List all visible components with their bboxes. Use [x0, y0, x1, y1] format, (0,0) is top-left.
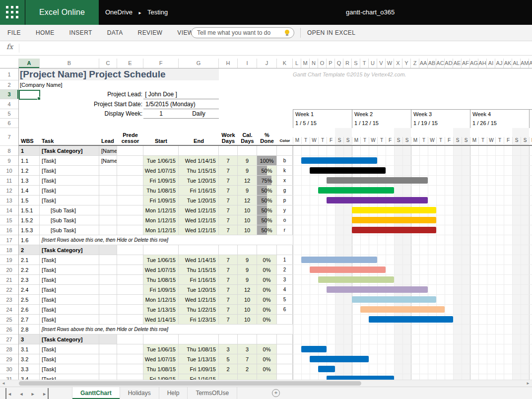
row-header-9[interactable]: 9 — [0, 156, 18, 166]
gantt-bar[interactable] — [310, 167, 386, 174]
cell-wbs[interactable]: 1.5.1 — [19, 205, 40, 215]
day-letter[interactable]: T — [495, 137, 504, 144]
column-header-I[interactable]: I — [238, 59, 257, 68]
day-letter[interactable]: W — [310, 137, 318, 144]
column-header-AI[interactable]: AI — [487, 59, 495, 68]
day-letter[interactable]: W — [487, 137, 495, 144]
cell-lead[interactable] — [99, 344, 117, 354]
cell-task[interactable]: [Sub Task] — [40, 225, 99, 235]
day-letter[interactable]: F — [445, 137, 453, 144]
cell-work-days[interactable]: 7 — [219, 315, 238, 325]
row-header-22[interactable]: 22 — [0, 285, 18, 295]
column-header-O[interactable]: O — [318, 59, 327, 68]
gantt-bar[interactable] — [352, 207, 436, 213]
column-header-AF[interactable]: AF — [462, 59, 470, 68]
cell-pct-done[interactable]: 0% — [257, 295, 277, 305]
cell-wbs[interactable]: 1.5.3 — [19, 225, 40, 235]
gantt-chart-row[interactable] — [293, 374, 532, 380]
day-letter[interactable]: M — [352, 137, 360, 144]
day-letter[interactable]: S — [512, 137, 521, 144]
row-header-23[interactable]: 23 — [0, 295, 18, 305]
gantt-chart-row[interactable] — [293, 305, 532, 315]
cell-lead[interactable]: [Name] — [99, 146, 117, 156]
cell-wbs[interactable]: 1 — [19, 146, 40, 156]
gantt-bar[interactable] — [310, 266, 386, 273]
cell-end-date[interactable]: Wed 1/14/15 — [179, 156, 219, 166]
row-header-24[interactable]: 24 — [0, 305, 18, 315]
cell-wbs[interactable]: 2.5 — [19, 295, 40, 305]
day-letter[interactable]: S — [335, 137, 343, 144]
cell-cal-days[interactable]: 12 — [238, 176, 257, 186]
scroll-left-icon[interactable]: ◄ — [1, 380, 5, 387]
cell-work-days[interactable]: 7 — [219, 305, 238, 315]
cell-end-date[interactable]: Tue 1/20/15 — [179, 196, 219, 205]
column-header-S[interactable]: S — [352, 59, 360, 68]
cell-work-days[interactable]: 7 — [219, 196, 238, 205]
row-header-4[interactable]: 4 — [0, 99, 18, 109]
cell-lead[interactable] — [99, 334, 117, 344]
cell-cal-days[interactable]: 3 — [238, 344, 257, 354]
cell-color-code[interactable] — [277, 364, 293, 374]
gantt-chart-row[interactable] — [293, 186, 532, 196]
cell-predecessor[interactable] — [117, 225, 143, 235]
cell-lead[interactable] — [99, 255, 117, 265]
cell-end-date[interactable]: Thu 1/15/15 — [179, 166, 219, 176]
cell-start-date[interactable]: Fri 1/09/15 — [143, 285, 179, 295]
day-letter[interactable]: T — [318, 137, 327, 144]
cell-work-days[interactable]: 7 — [219, 265, 238, 275]
column-header-K[interactable]: K — [277, 59, 293, 68]
day-letter[interactable]: T — [377, 137, 386, 144]
cell-work-days[interactable]: 2 — [219, 364, 238, 374]
day-letter[interactable]: M — [293, 137, 301, 144]
cell-lead[interactable] — [99, 225, 117, 235]
cell-color-code[interactable]: r — [277, 225, 293, 235]
cell-work-days[interactable]: 7 — [219, 176, 238, 186]
cell-cal-days[interactable]: 9 — [238, 156, 257, 166]
cell-task[interactable]: [Task] — [40, 156, 99, 166]
gantt-bar[interactable] — [360, 306, 445, 313]
cell-pct-done[interactable]: 100% — [257, 156, 277, 166]
cell-pct-done[interactable]: 50% — [257, 215, 277, 225]
cell-color-code[interactable]: y — [277, 205, 293, 215]
cell-color-code[interactable]: k — [277, 166, 293, 176]
cell-task[interactable]: [Task] — [40, 374, 99, 380]
cell-wbs[interactable]: 3.2 — [19, 354, 40, 364]
cell-predecessor[interactable] — [117, 176, 143, 186]
gantt-chart-row[interactable] — [293, 255, 532, 265]
cell-start-date[interactable]: Tue 1/06/15 — [143, 344, 179, 354]
cell-pct-done[interactable]: 0% — [257, 255, 277, 265]
gantt-bar[interactable] — [301, 157, 377, 164]
document-title[interactable]: gantt-chart_o365 — [346, 0, 395, 25]
cell-wbs[interactable]: 2.2 — [19, 265, 40, 275]
column-header-G[interactable]: G — [179, 59, 219, 68]
column-header-A[interactable]: A — [19, 59, 40, 68]
cell-cal-days[interactable]: 10 — [238, 225, 257, 235]
cell-end-date[interactable]: Wed 1/21/15 — [179, 225, 219, 235]
cell-task[interactable]: [Task] — [40, 315, 99, 325]
cell-start-date[interactable]: Tue 1/06/15 — [143, 156, 179, 166]
column-header-L[interactable]: L — [293, 59, 301, 68]
cell-pct-done[interactable]: 50% — [257, 166, 277, 176]
cell-note[interactable]: [Insert Rows above this one, then Hide o… — [40, 235, 293, 245]
cell-cal-days[interactable]: 10 — [238, 205, 257, 215]
day-letter[interactable]: F — [386, 137, 394, 144]
cell-work-days[interactable] — [219, 374, 238, 380]
row-header-11[interactable]: 11 — [0, 176, 18, 186]
cell-pct-done[interactable]: 0% — [257, 354, 277, 364]
day-letter[interactable]: W — [369, 137, 377, 144]
row-header-12[interactable]: 12 — [0, 186, 18, 196]
column-header-E[interactable]: E — [117, 59, 143, 68]
cell-predecessor[interactable] — [117, 265, 143, 275]
day-letter[interactable]: T — [301, 137, 310, 144]
cell-wbs[interactable]: 1.6 — [19, 235, 40, 245]
project-title[interactable]: [Project Name] Project Schedule — [20, 68, 166, 80]
cell-predecessor[interactable] — [117, 196, 143, 205]
cell-cal-days[interactable] — [238, 146, 257, 156]
cell-cal-days[interactable] — [238, 245, 257, 255]
menu-review[interactable]: REVIEW — [131, 25, 170, 41]
brand-title[interactable]: Excel Online — [25, 0, 99, 25]
cell-predecessor[interactable] — [117, 146, 143, 156]
cell-work-days[interactable]: 7 — [219, 225, 238, 235]
column-header-T[interactable]: T — [360, 59, 369, 68]
cell-start-date[interactable] — [143, 146, 179, 156]
